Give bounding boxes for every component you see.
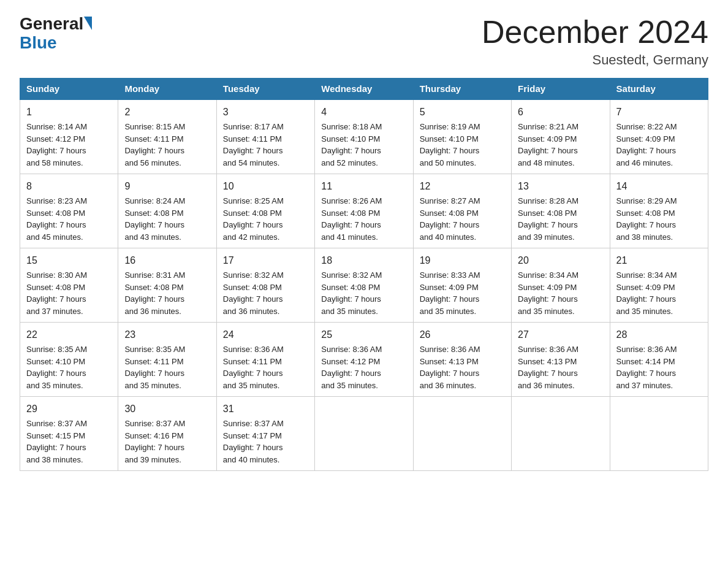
day-info: Sunrise: 8:21 AMSunset: 4:09 PMDaylight:…	[518, 122, 578, 167]
day-info: Sunrise: 8:36 AMSunset: 4:14 PMDaylight:…	[616, 345, 677, 390]
calendar-cell: 30Sunrise: 8:37 AMSunset: 4:16 PMDayligh…	[118, 397, 216, 471]
week-row-3: 15Sunrise: 8:30 AMSunset: 4:08 PMDayligh…	[20, 248, 708, 323]
day-info: Sunrise: 8:34 AMSunset: 4:09 PMDaylight:…	[616, 270, 677, 316]
logo-general-text: General	[20, 15, 83, 34]
day-number: 2	[124, 105, 210, 120]
day-info: Sunrise: 8:37 AMSunset: 4:15 PMDaylight:…	[26, 419, 87, 464]
day-info: Sunrise: 8:32 AMSunset: 4:08 PMDaylight:…	[223, 270, 284, 316]
calendar-cell: 14Sunrise: 8:29 AMSunset: 4:08 PMDayligh…	[610, 174, 708, 248]
day-number: 29	[26, 402, 112, 416]
day-number: 6	[518, 105, 603, 120]
day-info: Sunrise: 8:35 AMSunset: 4:11 PMDaylight:…	[124, 345, 185, 390]
day-info: Sunrise: 8:36 AMSunset: 4:13 PMDaylight:…	[420, 345, 480, 390]
day-info: Sunrise: 8:25 AMSunset: 4:08 PMDaylight:…	[223, 196, 284, 242]
calendar-subtitle: Suestedt, Germany	[482, 52, 708, 68]
day-number: 7	[616, 105, 702, 120]
logo-line1: General	[20, 15, 92, 34]
day-info: Sunrise: 8:34 AMSunset: 4:09 PMDaylight:…	[518, 270, 578, 316]
calendar-cell: 13Sunrise: 8:28 AMSunset: 4:08 PMDayligh…	[512, 174, 610, 248]
calendar-cell: 17Sunrise: 8:32 AMSunset: 4:08 PMDayligh…	[216, 248, 314, 323]
day-number: 1	[26, 105, 112, 120]
calendar-cell	[413, 397, 511, 471]
day-info: Sunrise: 8:14 AMSunset: 4:12 PMDaylight:…	[26, 122, 87, 167]
title-section: December 2024 Suestedt, Germany	[482, 15, 708, 68]
day-info: Sunrise: 8:28 AMSunset: 4:08 PMDaylight:…	[518, 196, 578, 242]
day-number: 26	[420, 327, 505, 342]
day-info: Sunrise: 8:18 AMSunset: 4:10 PMDaylight:…	[321, 122, 382, 167]
calendar-cell: 29Sunrise: 8:37 AMSunset: 4:15 PMDayligh…	[20, 397, 118, 471]
day-number: 16	[124, 253, 210, 268]
day-info: Sunrise: 8:37 AMSunset: 4:16 PMDaylight:…	[124, 419, 185, 464]
calendar-cell: 11Sunrise: 8:26 AMSunset: 4:08 PMDayligh…	[315, 174, 413, 248]
logo-triangle-icon	[84, 17, 92, 30]
day-number: 8	[26, 179, 112, 194]
calendar-cell: 28Sunrise: 8:36 AMSunset: 4:14 PMDayligh…	[610, 323, 708, 397]
calendar-cell: 19Sunrise: 8:33 AMSunset: 4:09 PMDayligh…	[413, 248, 511, 323]
calendar-cell: 26Sunrise: 8:36 AMSunset: 4:13 PMDayligh…	[413, 323, 511, 397]
day-number: 11	[321, 179, 406, 194]
calendar-cell: 5Sunrise: 8:19 AMSunset: 4:10 PMDaylight…	[413, 99, 511, 174]
calendar-cell: 2Sunrise: 8:15 AMSunset: 4:11 PMDaylight…	[118, 99, 216, 174]
calendar-cell: 10Sunrise: 8:25 AMSunset: 4:08 PMDayligh…	[216, 174, 314, 248]
calendar-cell: 8Sunrise: 8:23 AMSunset: 4:08 PMDaylight…	[20, 174, 118, 248]
day-info: Sunrise: 8:30 AMSunset: 4:08 PMDaylight:…	[26, 270, 87, 316]
day-number: 10	[223, 179, 308, 194]
day-info: Sunrise: 8:31 AMSunset: 4:08 PMDaylight:…	[124, 270, 185, 316]
day-number: 3	[223, 105, 308, 120]
day-number: 27	[518, 327, 603, 342]
day-number: 12	[420, 179, 505, 194]
day-info: Sunrise: 8:29 AMSunset: 4:08 PMDaylight:…	[616, 196, 677, 242]
day-info: Sunrise: 8:15 AMSunset: 4:11 PMDaylight:…	[124, 122, 185, 167]
day-number: 5	[420, 105, 505, 120]
calendar-cell	[512, 397, 610, 471]
header-wednesday: Wednesday	[315, 79, 413, 100]
calendar-cell: 24Sunrise: 8:36 AMSunset: 4:11 PMDayligh…	[216, 323, 314, 397]
header-saturday: Saturday	[610, 79, 708, 100]
day-number: 28	[616, 327, 702, 342]
day-number: 22	[26, 327, 112, 342]
day-number: 30	[124, 402, 210, 416]
week-row-2: 8Sunrise: 8:23 AMSunset: 4:08 PMDaylight…	[20, 174, 708, 248]
logo-blue-text: Blue	[20, 34, 92, 53]
day-number: 31	[223, 402, 308, 416]
day-info: Sunrise: 8:27 AMSunset: 4:08 PMDaylight:…	[420, 196, 480, 242]
week-row-4: 22Sunrise: 8:35 AMSunset: 4:10 PMDayligh…	[20, 323, 708, 397]
day-info: Sunrise: 8:37 AMSunset: 4:17 PMDaylight:…	[223, 419, 284, 464]
day-info: Sunrise: 8:19 AMSunset: 4:10 PMDaylight:…	[420, 122, 480, 167]
calendar-cell: 7Sunrise: 8:22 AMSunset: 4:09 PMDaylight…	[610, 99, 708, 174]
day-info: Sunrise: 8:22 AMSunset: 4:09 PMDaylight:…	[616, 122, 677, 167]
day-number: 19	[420, 253, 505, 268]
calendar-cell: 4Sunrise: 8:18 AMSunset: 4:10 PMDaylight…	[315, 99, 413, 174]
day-number: 4	[321, 105, 406, 120]
week-row-5: 29Sunrise: 8:37 AMSunset: 4:15 PMDayligh…	[20, 397, 708, 471]
day-info: Sunrise: 8:35 AMSunset: 4:10 PMDaylight:…	[26, 345, 87, 390]
calendar-cell: 27Sunrise: 8:36 AMSunset: 4:13 PMDayligh…	[512, 323, 610, 397]
day-info: Sunrise: 8:26 AMSunset: 4:08 PMDaylight:…	[321, 196, 382, 242]
calendar-table: SundayMondayTuesdayWednesdayThursdayFrid…	[20, 78, 708, 471]
day-info: Sunrise: 8:24 AMSunset: 4:08 PMDaylight:…	[124, 196, 185, 242]
calendar-cell: 3Sunrise: 8:17 AMSunset: 4:11 PMDaylight…	[216, 99, 314, 174]
calendar-cell	[610, 397, 708, 471]
day-number: 9	[124, 179, 210, 194]
day-number: 15	[26, 253, 112, 268]
day-info: Sunrise: 8:32 AMSunset: 4:08 PMDaylight:…	[321, 270, 382, 316]
header-sunday: Sunday	[20, 79, 118, 100]
calendar-cell	[315, 397, 413, 471]
calendar-cell: 18Sunrise: 8:32 AMSunset: 4:08 PMDayligh…	[315, 248, 413, 323]
header-friday: Friday	[512, 79, 610, 100]
day-number: 21	[616, 253, 702, 268]
calendar-cell: 22Sunrise: 8:35 AMSunset: 4:10 PMDayligh…	[20, 323, 118, 397]
calendar-cell: 15Sunrise: 8:30 AMSunset: 4:08 PMDayligh…	[20, 248, 118, 323]
calendar-cell: 6Sunrise: 8:21 AMSunset: 4:09 PMDaylight…	[512, 99, 610, 174]
day-info: Sunrise: 8:36 AMSunset: 4:13 PMDaylight:…	[518, 345, 578, 390]
calendar-cell: 25Sunrise: 8:36 AMSunset: 4:12 PMDayligh…	[315, 323, 413, 397]
day-number: 14	[616, 179, 702, 194]
page-header: General Blue December 2024 Suestedt, Ger…	[20, 15, 708, 68]
day-number: 17	[223, 253, 308, 268]
day-number: 20	[518, 253, 603, 268]
calendar-cell: 21Sunrise: 8:34 AMSunset: 4:09 PMDayligh…	[610, 248, 708, 323]
day-info: Sunrise: 8:33 AMSunset: 4:09 PMDaylight:…	[420, 270, 480, 316]
day-number: 24	[223, 327, 308, 342]
day-number: 13	[518, 179, 603, 194]
calendar-cell: 31Sunrise: 8:37 AMSunset: 4:17 PMDayligh…	[216, 397, 314, 471]
